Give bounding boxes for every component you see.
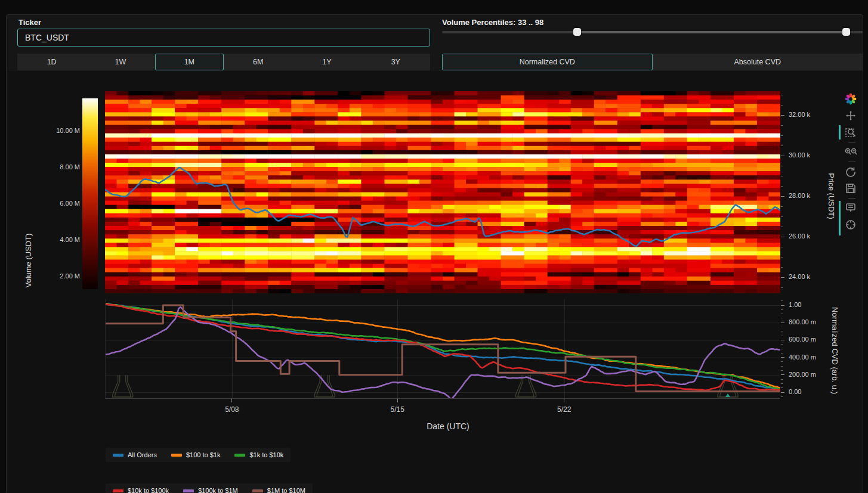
timeframe-button-1d[interactable]: 1D: [17, 54, 86, 70]
legend-swatch: [113, 454, 123, 457]
cvd-axis-minor-tick: [781, 344, 783, 345]
price-volume-heatmap[interactable]: [105, 91, 780, 293]
timeframe-button-6m[interactable]: 6M: [224, 54, 292, 70]
cvd-axis-minor-tick: [781, 396, 783, 397]
cvd-mode-normalized-button[interactable]: Normalized CVD: [442, 54, 653, 70]
date-tick-label: 5/22: [555, 405, 574, 414]
legend-row-1: All Orders $100 to $1k $1k to $10k: [106, 448, 291, 462]
toggle-spikelines-icon[interactable]: [843, 217, 858, 232]
cvd-axis-tick: [781, 374, 784, 375]
cvd-axis-tick: [781, 357, 784, 358]
cvd-axis-minor-tick: [781, 387, 783, 388]
cvd-axis-minor-tick: [781, 379, 783, 380]
plotly-modebar: [843, 90, 861, 234]
legend-label: $100k to $1M: [198, 487, 238, 493]
volume-percentiles-label: Volume Percentiles: 33 .. 98: [442, 18, 543, 27]
normalized-cvd-chart[interactable]: [105, 299, 780, 399]
legend-item-1k-to-10k[interactable]: $1k to $10k: [234, 451, 283, 458]
price-axis-minor-tick: [781, 257, 783, 258]
price-axis-tick: [781, 196, 784, 197]
price-axis-minor-tick: [781, 95, 783, 95]
legend-label: $1M to $10M: [267, 487, 305, 493]
volume-colorbar: [82, 98, 98, 289]
legend-swatch: [113, 489, 123, 492]
price-axis-tick: [781, 237, 784, 237]
timeframe-button-1m[interactable]: 1M: [155, 54, 224, 70]
cvd-tick-label: 400.00 m: [789, 354, 816, 361]
save-image-icon[interactable]: [843, 181, 858, 196]
date-axis-tick: [231, 399, 232, 402]
cvd-axis-minor-tick: [781, 300, 783, 301]
colorbar-tick-label: 6.00 M: [52, 200, 80, 207]
modebar-separator: [848, 198, 855, 199]
cvd-axis-minor-tick: [781, 361, 783, 362]
plotly-logo-icon[interactable]: [843, 91, 858, 107]
price-tick-label: 26.00 k: [789, 232, 810, 240]
cvd-axis-title: Normalized CVD (arb. u.): [830, 307, 839, 394]
slider-track[interactable]: [577, 31, 847, 33]
ticker-input[interactable]: [17, 29, 430, 46]
cvd-axis-tick: [781, 305, 784, 306]
legend-item-100k-to-1m[interactable]: $100k to $1M: [183, 487, 238, 493]
cvd-axis-minor-tick: [781, 331, 783, 331]
colorbar-tick-label: 4.00 M: [52, 236, 80, 243]
cvd-axis-minor-tick: [781, 314, 783, 314]
price-axis-tick: [781, 115, 784, 116]
cvd-tick-label: 0.00: [789, 388, 801, 395]
modebar-separator: [848, 162, 855, 162]
app-panel: Ticker 1D 1W 1M 6M 1Y 3Y Volume Percenti…: [6, 14, 863, 493]
cvd-tick-label: 200.00 m: [789, 371, 816, 378]
legend-swatch: [183, 489, 194, 492]
slider-handle-high[interactable]: [842, 28, 850, 36]
cvd-axis-minor-tick: [781, 336, 783, 336]
toggle-hover-icon[interactable]: [843, 200, 858, 216]
legend-label: $1k to $10k: [249, 451, 283, 458]
price-axis-minor-tick: [781, 287, 783, 288]
colorbar-tick-label: 10.00 M: [52, 127, 80, 134]
cvd-mode-absolute-button[interactable]: Absolute CVD: [653, 54, 863, 70]
cvd-axis-tick: [781, 340, 784, 340]
legend-label: $10k to $100k: [128, 487, 169, 493]
colorbar-tick-label: 2.00 M: [52, 272, 80, 280]
cvd-tick-label: 600.00 m: [789, 336, 816, 343]
colorbar-tick-label: 8.00 M: [52, 163, 80, 170]
price-axis-tick: [781, 277, 784, 278]
volume-percentiles-slider[interactable]: [442, 28, 863, 36]
legend-item-100-to-1k[interactable]: $100 to $1k: [171, 451, 221, 458]
price-axis-minor-tick: [781, 105, 783, 106]
autoscale-icon[interactable]: [843, 164, 858, 179]
pan-icon[interactable]: [843, 108, 858, 123]
legend-row-2: $10k to $100k $100k to $1M $1M to $10M: [106, 483, 313, 493]
cvd-axis-tick: [781, 392, 784, 393]
cvd-axis-minor-tick: [781, 318, 783, 318]
price-axis-minor-tick: [781, 247, 783, 247]
legend-item-10k-to-100k[interactable]: $10k to $100k: [113, 487, 169, 493]
legend-swatch: [252, 489, 263, 492]
legend-item-1m-to-10m[interactable]: $1M to $10M: [252, 487, 305, 493]
price-axis-minor-tick: [781, 186, 783, 187]
price-axis-minor-tick: [781, 227, 783, 227]
zoom-in-out-icon[interactable]: [843, 144, 858, 160]
cvd-axis-tick: [781, 323, 784, 323]
price-axis-minor-tick: [781, 176, 783, 176]
legend-label: All Orders: [128, 451, 157, 458]
legend-label: $100 to $1k: [186, 451, 221, 458]
box-zoom-icon[interactable]: [843, 125, 858, 140]
timeframe-button-group: 1D 1W 1M 6M 1Y 3Y: [17, 54, 430, 70]
cvd-axis-minor-tick: [781, 349, 783, 349]
slider-handle-low[interactable]: [573, 28, 581, 36]
cvd-tick-label: 800.00 m: [789, 318, 816, 325]
cvd-axis-minor-tick: [781, 383, 783, 384]
price-axis-minor-tick: [781, 216, 783, 217]
figure-area: Volume (USDT) Price (USDT) Normalized CV…: [7, 71, 863, 493]
date-tick-label: 5/08: [223, 405, 242, 414]
x-axis-title: Date (UTC): [427, 421, 469, 431]
timeframe-button-1y[interactable]: 1Y: [292, 54, 361, 70]
ticker-label: Ticker: [18, 18, 41, 27]
active-indicator: [839, 201, 841, 235]
timeframe-button-1w[interactable]: 1W: [86, 54, 155, 70]
cvd-axis-minor-tick: [781, 353, 783, 354]
legend-item-all-orders[interactable]: All Orders: [113, 451, 157, 458]
price-axis-tick: [781, 156, 784, 156]
timeframe-button-3y[interactable]: 3Y: [362, 54, 430, 70]
